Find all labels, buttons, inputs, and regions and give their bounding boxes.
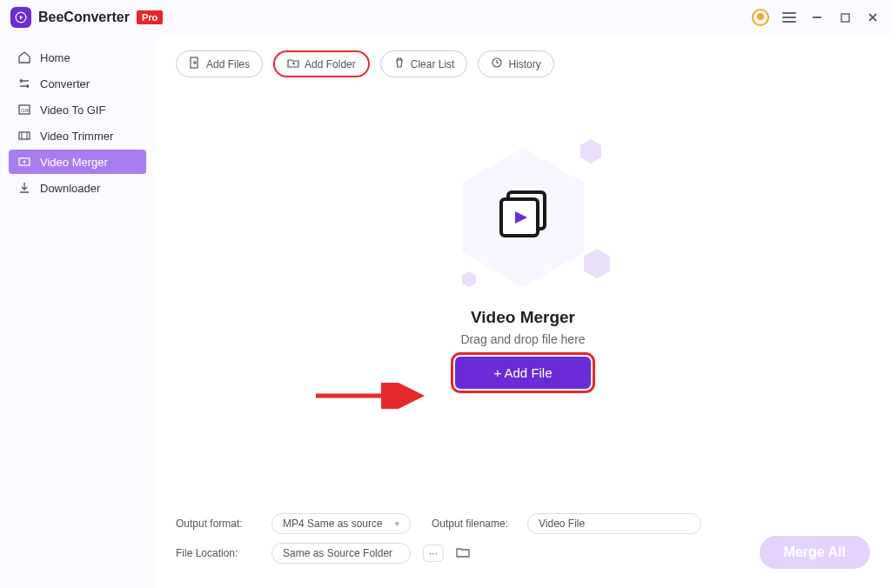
svg-rect-1 xyxy=(841,14,849,22)
history-icon xyxy=(491,57,503,71)
open-folder-icon[interactable] xyxy=(456,545,470,562)
main: Home Converter GIF Video To GIF Video Tr… xyxy=(0,35,891,588)
minimize-icon[interactable] xyxy=(809,10,825,25)
output-filename-input[interactable]: Video File xyxy=(527,513,701,534)
sidebar-item-label: Video To GIF xyxy=(40,104,105,117)
trimmer-icon xyxy=(17,129,31,143)
app-logo xyxy=(10,7,31,28)
close-icon[interactable] xyxy=(865,10,881,25)
sidebar-item-label: Home xyxy=(40,51,70,64)
gif-icon: GIF xyxy=(17,103,31,117)
hero-illustration xyxy=(436,139,610,296)
more-button[interactable]: ··· xyxy=(423,545,444,562)
add-folder-button[interactable]: Add Folder xyxy=(273,50,370,77)
add-folder-icon xyxy=(287,57,299,71)
output-filename-label: Output filename: xyxy=(432,518,515,530)
pro-badge: Pro xyxy=(137,10,163,24)
sidebar-item-label: Downloader xyxy=(40,182,100,195)
sidebar-item-video-merger[interactable]: Video Merger xyxy=(9,150,146,174)
input-value: Video File xyxy=(539,518,585,530)
menu-icon[interactable] xyxy=(781,10,797,25)
app-name: BeeConverter xyxy=(38,10,130,25)
add-files-button[interactable]: Add Files xyxy=(176,50,263,77)
file-location-select[interactable]: Same as Source Folder xyxy=(271,543,411,564)
sidebar-item-video-to-gif[interactable]: GIF Video To GIF xyxy=(9,97,146,122)
chevron-down-icon: ▾ xyxy=(395,519,399,528)
sidebar-item-label: Converter xyxy=(40,77,90,90)
add-files-icon xyxy=(189,57,201,71)
select-value: Same as Source Folder xyxy=(283,547,392,559)
drop-zone[interactable]: Video Merger Drag and drop file here + A… xyxy=(176,77,870,503)
titlebar: BeeConverter Pro xyxy=(0,0,891,35)
select-value: MP4 Same as source xyxy=(283,518,383,530)
play-stack-icon xyxy=(492,185,553,250)
sidebar-item-label: Video Trimmer xyxy=(40,130,113,143)
clear-list-button[interactable]: Clear List xyxy=(380,50,468,77)
sidebar-item-converter[interactable]: Converter xyxy=(9,71,146,96)
sidebar-item-home[interactable]: Home xyxy=(9,45,146,70)
sidebar-item-video-trimmer[interactable]: Video Trimmer xyxy=(9,124,146,148)
button-label: Add Folder xyxy=(305,58,356,70)
output-format-label: Output format: xyxy=(176,518,259,530)
titlebar-right xyxy=(752,9,881,26)
converter-icon xyxy=(17,77,31,90)
drop-hint: Drag and drop file here xyxy=(460,332,585,346)
user-icon[interactable] xyxy=(752,9,769,26)
annotation-arrow xyxy=(312,383,433,409)
merger-icon xyxy=(17,155,31,169)
content: Add Files Add Folder Clear List History xyxy=(155,35,891,588)
toolbar: Add Files Add Folder Clear List History xyxy=(176,50,870,77)
page-heading: Video Merger xyxy=(471,308,575,327)
button-label: History xyxy=(508,58,540,70)
sidebar-item-downloader[interactable]: Downloader xyxy=(9,176,146,200)
svg-text:GIF: GIF xyxy=(21,108,30,113)
button-label: Add Files xyxy=(206,58,250,70)
svg-rect-4 xyxy=(19,132,30,139)
home-icon xyxy=(17,50,31,64)
add-file-button[interactable]: + Add File xyxy=(455,357,590,389)
output-row: Output format: MP4 Same as source ▾ Outp… xyxy=(176,513,870,534)
merge-all-button[interactable]: Merge All xyxy=(760,536,870,569)
titlebar-left: BeeConverter Pro xyxy=(10,7,163,28)
button-label: Clear List xyxy=(411,58,455,70)
sidebar-item-label: Video Merger xyxy=(40,156,108,169)
output-format-select[interactable]: MP4 Same as source ▾ xyxy=(271,513,411,534)
download-icon xyxy=(17,181,31,195)
trash-icon xyxy=(393,57,405,71)
sidebar: Home Converter GIF Video To GIF Video Tr… xyxy=(0,35,155,588)
file-location-label: File Location: xyxy=(176,547,259,559)
maximize-icon[interactable] xyxy=(837,10,853,25)
history-button[interactable]: History xyxy=(478,50,553,77)
